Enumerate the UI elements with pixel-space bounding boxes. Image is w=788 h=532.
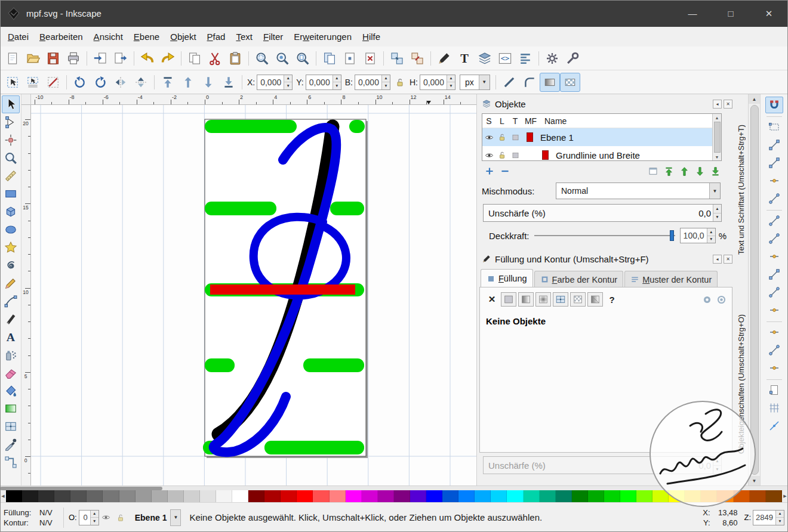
move-layer-to-bottom-button[interactable] [707,164,723,178]
blend-mode-selector[interactable]: Normal▼ [556,183,721,199]
dock-close-button[interactable]: ✕ [724,255,732,264]
spin-up-icon[interactable]: ▲ [382,75,390,82]
spin-up-icon[interactable]: ▲ [91,511,98,518]
lock-ratio-icon[interactable] [393,76,407,89]
lower-to-bottom-button[interactable] [218,73,239,92]
fill-stroke-indicator[interactable]: Füllung:N/V Kontur:N/V [4,508,59,528]
objects-list-scrollbar[interactable]: ▲ ▼ [712,114,721,160]
palette-swatch[interactable] [410,490,426,502]
raise-button[interactable] [178,73,198,92]
snap-nodes-button[interactable] [765,212,783,229]
select-all-button[interactable] [2,73,23,92]
palette-swatch[interactable] [701,490,717,502]
opacity-slider-thumb[interactable] [670,230,674,241]
height-field[interactable]: 0,000▲▼ [420,75,455,90]
palette-swatch[interactable] [281,490,297,502]
unlink-clone-button[interactable] [360,49,380,68]
snap-bbox-edge-midpoints-button[interactable] [765,172,783,189]
snap-bounding-box-button[interactable] [765,119,783,135]
preferences-button[interactable] [542,49,562,68]
snap-smooth-nodes-button[interactable] [765,284,783,301]
menu-bearbeiten[interactable]: Bearbeiten [34,32,88,42]
red-bar-shape[interactable] [210,284,355,295]
minimize-button[interactable]: — [673,0,712,27]
blur-field[interactable]: Unschärfe (%) 0,0 ▲▼ [483,204,722,222]
zoom-drawing-button[interactable] [272,49,293,68]
spin-down-icon[interactable]: ▼ [447,82,455,89]
scale-stroke-toggle[interactable] [499,73,519,92]
paste-button[interactable] [225,49,245,68]
palette-swatch[interactable] [103,490,119,502]
snap-text-baselines-button[interactable] [765,360,783,376]
palette-swatch[interactable] [717,490,733,502]
measure-tool[interactable] [2,167,20,185]
palette-swatch[interactable] [184,490,200,502]
vertical-ruler[interactable]: 20151050 [21,105,31,485]
deselect-button[interactable] [43,73,63,92]
zoom-selection-button[interactable] [252,49,272,68]
palette-swatch[interactable] [136,490,152,502]
snap-path-intersections-button[interactable] [765,248,783,265]
palette-swatch[interactable] [734,490,750,502]
lower-button[interactable] [198,73,218,92]
tweak-tool[interactable] [2,131,20,149]
gradient-tool[interactable] [2,400,20,417]
snap-cusp-nodes-button[interactable] [765,266,783,283]
menu-text[interactable]: Text [230,32,258,42]
add-layer-button[interactable] [482,164,497,178]
layer-row[interactable]: Ebene 1 [482,128,721,146]
maximize-button[interactable]: □ [712,0,750,27]
menu-hilfe[interactable]: Hilfe [357,32,386,42]
tab-stroke-color[interactable]: Farbe der Kontur [534,271,624,287]
scroll-down-icon[interactable]: ▼ [749,476,760,485]
fill-stroke-dialog-button[interactable] [434,49,454,68]
palette-swatch[interactable] [572,490,588,502]
bezier-tool[interactable] [2,292,20,310]
palette-swatch[interactable] [685,490,701,502]
text-tool[interactable]: A [2,328,20,346]
snap-bbox-edges-button[interactable] [765,137,783,153]
palette-swatch[interactable] [216,490,232,502]
rotate-ccw-button[interactable] [70,73,90,92]
unit-selector[interactable]: px▼ [460,75,490,90]
spin-down-icon[interactable]: ▼ [713,213,721,222]
ellipse-tool[interactable] [2,221,20,239]
layer-color-swatch[interactable] [542,150,549,160]
tab-fill[interactable]: Füllung [481,269,533,287]
scroll-up-icon[interactable]: ▲ [749,94,760,104]
cut-button[interactable] [205,49,225,68]
palette-swatch[interactable] [491,490,507,502]
scroll-up-icon[interactable]: ▲ [715,114,719,121]
menu-datei[interactable]: Datei [2,32,34,42]
palette-swatch[interactable] [426,490,442,502]
snap-bbox-corners-button[interactable] [765,154,783,171]
spin-up-icon[interactable]: ▲ [447,75,455,82]
connector-tool[interactable] [2,453,20,471]
spin-up-icon[interactable]: ▲ [713,205,721,213]
palette-scroll-right[interactable]: ▶ [782,490,788,502]
palette-swatch[interactable] [378,490,394,502]
palette-swatch[interactable] [6,490,22,502]
flat-color-button[interactable] [501,292,516,307]
document-new-button[interactable] [2,49,23,68]
node-editor-tool[interactable] [2,113,20,131]
scale-corners-toggle[interactable] [519,73,540,92]
dock-close-button[interactable]: ✕ [724,100,732,109]
clone-button[interactable] [340,49,360,68]
palette-swatch[interactable] [750,490,766,502]
palette-swatch[interactable] [394,490,410,502]
palette-swatch[interactable] [442,490,458,502]
close-button[interactable]: ✕ [750,0,788,27]
palette-swatch[interactable] [362,490,378,502]
zoom-tool[interactable] [2,149,20,167]
flip-horizontal-button[interactable] [110,73,131,92]
palette-swatch[interactable] [313,490,329,502]
opacity-field[interactable]: 100,0▲▼ [680,228,716,243]
zoom-field[interactable]: 2849▲▼ [753,510,784,525]
layer-dialog-button[interactable] [645,164,661,178]
snap-enable-button[interactable] [765,97,783,113]
palette-swatch[interactable] [232,490,248,502]
scrollbar-thumb[interactable] [750,105,759,475]
canvas-vertical-scrollbar[interactable]: ▲ ▼ [748,94,760,485]
spin-up-icon[interactable]: ▲ [333,75,341,82]
